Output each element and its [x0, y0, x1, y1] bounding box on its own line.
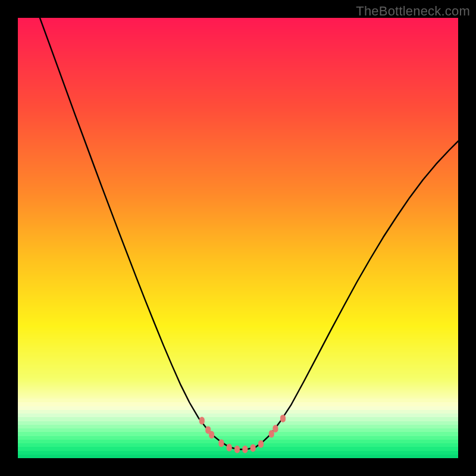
plot-area: [18, 18, 458, 458]
watermark-text: TheBottleneck.com: [356, 4, 470, 19]
curve-canvas: [18, 18, 458, 458]
chart-frame: TheBottleneck.com: [0, 0, 476, 476]
